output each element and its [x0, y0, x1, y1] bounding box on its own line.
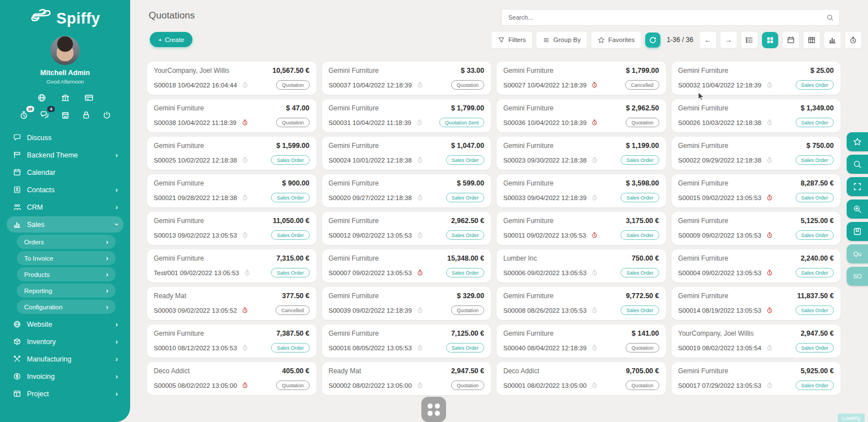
activity-clock-icon[interactable]: [591, 81, 598, 89]
refresh-button[interactable]: [645, 33, 660, 48]
sidebar-item-configuration[interactable]: Configuration›: [17, 300, 116, 314]
quotation-card[interactable]: Gemini Furniture 3,175.00 € S00011 09/02…: [497, 212, 666, 245]
activity-clock-icon[interactable]: [591, 156, 598, 164]
sidebar-item-crm[interactable]: CRM›: [7, 199, 123, 215]
quotation-card[interactable]: Gemini Furniture $ 900.00 S00021 09/28/2…: [147, 174, 316, 207]
quotation-card[interactable]: Gemini Furniture 9,772.50 € S00008 08/26…: [497, 287, 666, 320]
quotation-card[interactable]: Ready Mat 2,947.50 € S00002 08/02/2022 1…: [322, 362, 492, 395]
activity-clock-icon[interactable]: [766, 119, 773, 126]
quotation-card[interactable]: Gemini Furniture $ 3,598.00 S00033 09/04…: [497, 174, 666, 207]
activity-clock-icon[interactable]: [241, 194, 249, 201]
sidebar-item-website[interactable]: Website›: [7, 316, 123, 332]
create-button[interactable]: + Create: [150, 32, 192, 47]
fab-so[interactable]: SO: [847, 267, 868, 286]
activity-clock-icon[interactable]: [416, 81, 424, 89]
quotation-card[interactable]: Gemini Furniture $ 329.00 S00039 09/02/2…: [322, 287, 492, 320]
pager-prev-button[interactable]: ←: [700, 32, 716, 48]
activity-clock-icon[interactable]: [241, 119, 249, 126]
sidebar-item-reporting[interactable]: Reporting›: [17, 284, 116, 298]
groupby-button[interactable]: Group By: [536, 32, 587, 48]
bank-icon[interactable]: [59, 92, 71, 103]
quotation-card[interactable]: Lumber Inc 750.00 € S00006 09/02/2022 13…: [497, 249, 666, 282]
activity-clock-icon[interactable]: [416, 156, 424, 164]
quotation-card[interactable]: Gemini Furniture 2,240.00 € S00004 09/02…: [672, 249, 841, 282]
activity-clock-icon[interactable]: [591, 269, 598, 276]
activity-clock-icon[interactable]: [766, 269, 773, 276]
quotation-card[interactable]: Gemini Furniture $ 47.00 S00038 10/04/20…: [147, 99, 316, 132]
activity-clock-icon[interactable]: [416, 119, 423, 126]
activity-clock-icon[interactable]: [416, 194, 424, 201]
pivot-view-button[interactable]: [803, 32, 820, 48]
list-view-button[interactable]: [741, 32, 757, 48]
sidebar-item-to-invoice[interactable]: To Invoice›: [17, 251, 116, 265]
activity-clock-icon[interactable]: [591, 382, 598, 389]
activity-clock-icon[interactable]: [591, 307, 598, 314]
fab-qu[interactable]: Qu: [847, 244, 868, 263]
sidebar-item-manufacturing[interactable]: Manufacturing›: [7, 351, 123, 367]
activity-clock-icon[interactable]: [241, 344, 249, 351]
pager-next-button[interactable]: →: [720, 32, 737, 48]
activity-clock-icon[interactable]: [766, 344, 773, 351]
sidebar-item-products[interactable]: Products›: [17, 267, 116, 281]
filters-button[interactable]: Filters: [492, 32, 532, 48]
quotation-card[interactable]: Gemini Furniture $ 750.00 S00022 09/29/2…: [672, 137, 841, 170]
quotation-card[interactable]: Gemini Furniture 5,125.00 € S00009 09/02…: [672, 212, 841, 245]
apps-menu-button[interactable]: [421, 397, 446, 422]
activity-clock-icon[interactable]: [591, 344, 598, 351]
sidebar-item-invoicing[interactable]: Invoicing›: [7, 368, 123, 384]
quotation-card[interactable]: Gemini Furniture $ 1,599.00 S00025 10/02…: [147, 137, 316, 170]
quotation-card[interactable]: Gemini Furniture 15,348.00 € S00007 09/0…: [322, 249, 492, 282]
activity-clock-icon[interactable]: [416, 382, 424, 389]
activity-clock-icon[interactable]: [591, 194, 598, 201]
activity-clock-icon[interactable]: 16: [18, 109, 29, 120]
activity-clock-icon[interactable]: [591, 231, 598, 239]
activity-clock-icon[interactable]: [241, 382, 249, 389]
globe-icon[interactable]: [36, 92, 47, 103]
quotation-card[interactable]: Gemini Furniture $ 1,799.00 S00027 10/04…: [497, 62, 666, 95]
quotation-card[interactable]: Gemini Furniture $ 1,199.00 S00023 09/30…: [497, 137, 666, 170]
activity-clock-icon[interactable]: [241, 81, 249, 89]
sidebar-item-discuss[interactable]: Discuss: [7, 129, 123, 146]
power-icon[interactable]: [101, 109, 112, 120]
user-avatar[interactable]: [50, 36, 80, 65]
quotation-card[interactable]: Gemini Furniture $ 141.00 S00040 08/04/2…: [497, 324, 666, 358]
quotation-card[interactable]: Gemini Furniture $ 33.00 S00037 10/04/20…: [322, 62, 492, 95]
quotation-card[interactable]: Gemini Furniture $ 2,962.50 S00036 10/04…: [497, 99, 666, 132]
search-box[interactable]: [501, 9, 840, 26]
search-input[interactable]: [507, 13, 826, 21]
shop-icon[interactable]: [59, 109, 71, 120]
activity-clock-icon[interactable]: [416, 344, 424, 351]
activity-clock-icon[interactable]: [766, 382, 773, 389]
activity-clock-icon[interactable]: [416, 231, 424, 239]
messages-icon[interactable]: 4: [39, 109, 50, 120]
quotation-card[interactable]: Gemini Furniture $ 25.00 S00032 10/04/20…: [672, 62, 841, 95]
quotation-card[interactable]: Gemini Furniture $ 599.00 S00020 09/27/2…: [322, 174, 492, 207]
graph-view-button[interactable]: [824, 32, 841, 48]
activity-view-button[interactable]: [845, 32, 861, 48]
quotation-card[interactable]: Gemini Furniture 7,315.00 € Test/001 09/…: [147, 249, 316, 282]
sidebar-item-backend-theme[interactable]: Backend Theme›: [7, 147, 123, 163]
quotation-card[interactable]: Gemini Furniture 5,925.00 € S00017 07/29…: [672, 362, 841, 395]
quotation-card[interactable]: Gemini Furniture 7,125.00 € S00016 08/05…: [322, 324, 492, 358]
quotation-card[interactable]: Deco Addict 405.00 € S00005 08/02/2022 1…: [147, 362, 316, 395]
calendar-view-view-button[interactable]: [783, 32, 799, 48]
activity-clock-icon[interactable]: [241, 307, 249, 314]
activity-clock-icon[interactable]: [241, 156, 249, 164]
favorites-button[interactable]: Favorites: [591, 32, 641, 48]
activity-clock-icon[interactable]: [244, 269, 251, 276]
quotation-card[interactable]: Gemini Furniture 8,287.50 € S00015 09/02…: [672, 174, 841, 207]
quotation-card[interactable]: Gemini Furniture 11,837.50 € S00014 08/1…: [672, 287, 841, 320]
activity-clock-icon[interactable]: [591, 119, 598, 126]
quotation-card[interactable]: YourCompany, Joel Willis 10,567.50 € S00…: [147, 62, 316, 95]
quotation-card[interactable]: Deco Addict 9,705.00 € S00001 08/02/2022…: [497, 362, 666, 395]
sidebar-item-sales[interactable]: Sales›: [7, 216, 123, 233]
activity-clock-icon[interactable]: [766, 194, 773, 201]
sidebar-item-orders[interactable]: Orders›: [17, 235, 116, 249]
quotation-card[interactable]: Ready Mat 377.50 € S00003 09/02/2022 13:…: [147, 287, 316, 320]
zoom-in-fab-button[interactable]: [847, 200, 868, 219]
quotation-card[interactable]: Gemini Furniture 7,387.50 € S00010 08/12…: [147, 324, 316, 358]
lock-icon[interactable]: [80, 109, 91, 120]
activity-clock-icon[interactable]: [766, 231, 773, 239]
activity-clock-icon[interactable]: [416, 307, 424, 314]
activity-clock-icon[interactable]: [766, 307, 773, 314]
